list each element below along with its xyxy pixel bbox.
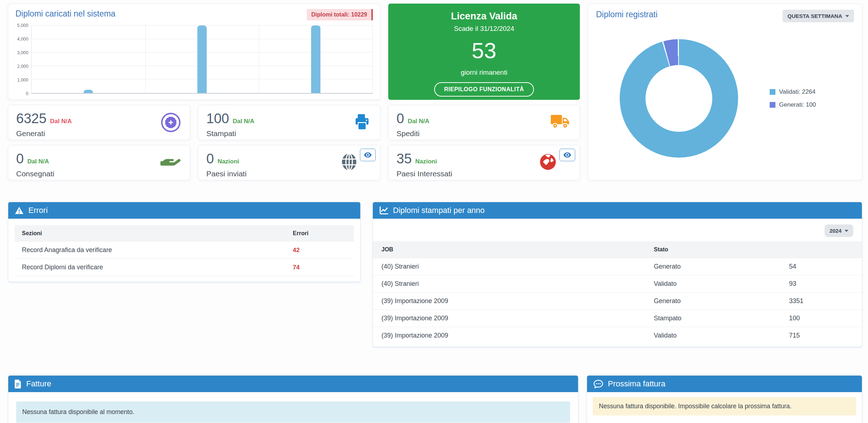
job-cell: (39) Importazione 2009 xyxy=(381,315,654,322)
period-dropdown[interactable]: QUESTA SETTIMANA xyxy=(783,10,854,22)
chevron-down-icon xyxy=(845,15,849,17)
license-card: Licenza Valida Scade il 31/12/2024 53 gi… xyxy=(388,4,580,100)
hand-holding-icon xyxy=(160,155,180,170)
column-header-errori: Errori xyxy=(293,230,347,237)
dashboard-page: Diplomi caricati nel sistema Diplomi tot… xyxy=(0,0,868,423)
legend-swatch-validati xyxy=(770,89,775,95)
warning-icon xyxy=(15,206,24,215)
bar-chart: 01,0002,0003,0004,0005,000 xyxy=(15,25,373,94)
stat-card-spediti: 0 Dal N/A Spediti xyxy=(388,105,580,140)
year-dropdown-label: 2024 xyxy=(830,228,841,234)
y-tick-label: 2,000 xyxy=(17,64,28,69)
column-header-stato: Stato xyxy=(654,246,789,253)
stat-label: Consegnati xyxy=(16,169,182,178)
middle-section: Errori Sezioni Errori Record Anagrafica … xyxy=(8,202,862,347)
gridline-vertical xyxy=(259,25,259,93)
table-row: (39) Importazione 2009 Validato 715 xyxy=(373,327,862,344)
view-interested-countries-button[interactable] xyxy=(559,149,575,161)
errors-table-header: Sezioni Errori xyxy=(15,225,354,242)
stat-qualifier: Dal N/A xyxy=(408,118,429,125)
stat-value: 6325 xyxy=(16,111,47,126)
year-filter-row: 2024 xyxy=(373,219,862,241)
chevron-down-icon xyxy=(845,230,848,232)
chart-line-icon xyxy=(379,206,388,215)
table-row: Record Anagrafica da verificare 42 xyxy=(15,242,354,259)
errors-panel-title: Errori xyxy=(28,206,48,215)
uploaded-diplomas-card: Diplomi caricati nel sistema Diplomi tot… xyxy=(8,4,380,100)
globe-icon xyxy=(341,153,357,172)
stat-card-paesi-inviati: 0 Nazioni Paesi inviati xyxy=(198,145,380,180)
bar-0 xyxy=(84,90,93,93)
job-cell: (39) Importazione 2009 xyxy=(381,297,654,305)
bar-chart-plot xyxy=(31,25,373,94)
legend-item-validati: Validati: 2264 xyxy=(770,88,816,96)
printed-per-year-panel: Diplomi stampati per anno 2024 JOB Stato… xyxy=(372,202,862,347)
license-days-label: giorni rimanenti xyxy=(395,69,573,76)
state-cell: Stampato xyxy=(654,315,789,322)
error-count: 74 xyxy=(293,264,347,271)
legend-swatch-generati xyxy=(770,102,775,108)
stat-card-consegnati: 0 Dal N/A Consegnati xyxy=(8,145,190,180)
stat-value: 35 xyxy=(397,151,412,167)
count-cell: 3351 xyxy=(789,297,853,305)
column-header-sezioni: Sezioni xyxy=(22,230,293,237)
license-expiry: Scade il 31/12/2024 xyxy=(395,25,573,33)
y-tick-label: 3,000 xyxy=(17,50,28,55)
year-dropdown[interactable]: 2024 xyxy=(825,224,853,237)
bar-2 xyxy=(311,25,320,93)
donut-chart-area: Validati: 2264 Generati: 100 xyxy=(596,22,854,174)
errors-table: Sezioni Errori Record Anagrafica da veri… xyxy=(8,219,360,282)
count-cell: 100 xyxy=(789,315,853,322)
printed-panel-header: Diplomi stampati per anno xyxy=(373,202,862,219)
uploaded-card-header: Diplomi caricati nel sistema Diplomi tot… xyxy=(15,9,373,20)
count-cell: 715 xyxy=(789,332,853,339)
job-cell: (40) Stranieri xyxy=(381,280,654,288)
stat-qualifier: Dal N/A xyxy=(27,158,49,165)
stat-card-stampati: 100 Dal N/A Stampati xyxy=(198,105,380,140)
stat-qualifier: Nazioni xyxy=(217,158,239,165)
invoice-file-icon xyxy=(15,380,22,389)
stat-card-generati: 6325 Dal N/A Generati xyxy=(8,105,190,140)
view-sent-countries-button[interactable] xyxy=(360,149,376,161)
top-section: Diplomi caricati nel sistema Diplomi tot… xyxy=(8,4,862,180)
riepilogo-funzionalita-button[interactable]: RIEPILOGO FUNZIONALITÀ xyxy=(434,82,534,97)
count-cell: 93 xyxy=(789,280,853,288)
errors-panel: Errori Sezioni Errori Record Anagrafica … xyxy=(8,202,361,282)
eye-icon xyxy=(563,152,571,158)
job-cell: (40) Stranieri xyxy=(381,263,654,270)
y-tick-label: 0 xyxy=(26,91,28,96)
error-section: Record Anagrafica da verificare xyxy=(22,246,293,254)
earth-icon xyxy=(539,153,557,172)
table-row: (39) Importazione 2009 Generato 3351 xyxy=(373,292,862,310)
stat-value: 0 xyxy=(206,151,214,167)
printed-panel-title: Diplomi stampati per anno xyxy=(393,206,485,215)
errors-panel-header: Errori xyxy=(8,202,360,219)
table-row: (39) Importazione 2009 Stampato 100 xyxy=(373,310,862,327)
stat-qualifier: Dal N/A xyxy=(50,118,72,125)
gridline-vertical xyxy=(145,25,146,93)
stat-label: Spediti xyxy=(397,129,572,138)
registered-card-header: Diplomi registrati QUESTA SETTIMANA xyxy=(596,10,854,22)
y-tick-label: 4,000 xyxy=(17,37,28,42)
state-cell: Generato xyxy=(654,263,789,270)
job-cell: (39) Importazione 2009 xyxy=(381,332,654,339)
table-row: Record Diplomi da verificare 74 xyxy=(15,259,354,276)
no-invoice-alert: Nessuna fattura disponibile al momento. xyxy=(16,401,570,423)
state-cell: Validato xyxy=(654,332,789,339)
invoices-panel-header: Fatture xyxy=(8,376,578,392)
next-invoice-panel-title: Prossima fattura xyxy=(608,379,665,389)
error-count: 42 xyxy=(293,247,347,254)
invoices-panel: Fatture Nessuna fattura disponibile al m… xyxy=(8,375,578,423)
column-header-job: JOB xyxy=(381,246,654,253)
error-section: Record Diplomi da verificare xyxy=(22,264,293,271)
registered-card-title: Diplomi registrati xyxy=(596,10,657,19)
printer-icon xyxy=(353,113,371,131)
printed-table-header: JOB Stato xyxy=(373,241,862,258)
no-next-invoice-alert: Nessuna fattura disponibile. Impossibile… xyxy=(593,397,856,415)
certificate-icon xyxy=(161,113,180,132)
y-tick-label: 1,000 xyxy=(17,78,28,83)
registered-diplomas-card: Diplomi registrati QUESTA SETTIMANA Vali… xyxy=(588,4,862,180)
table-row: (40) Stranieri Generato 54 xyxy=(373,258,862,275)
stat-value: 100 xyxy=(206,111,229,126)
table-row: (40) Stranieri Validato 93 xyxy=(373,275,862,292)
